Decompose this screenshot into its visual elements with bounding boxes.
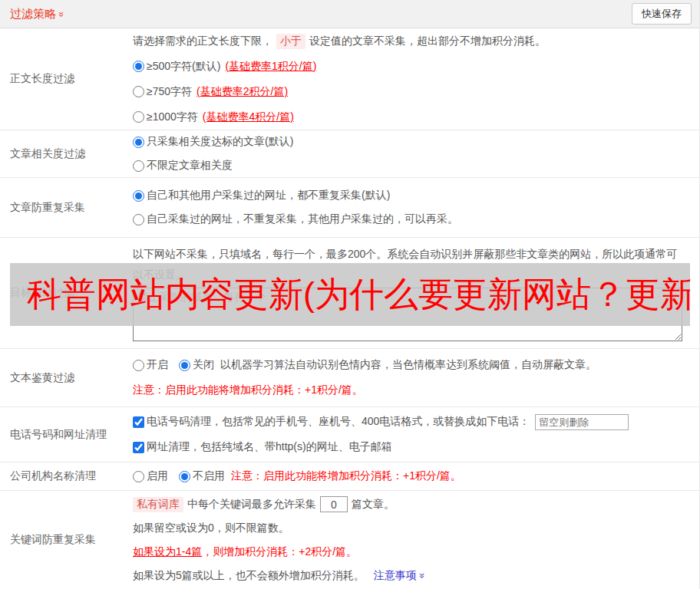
notes-link[interactable]: 注意事项 » bbox=[374, 569, 425, 583]
private-lexicon-tag[interactable]: 私有词库 bbox=[133, 497, 183, 512]
phone-cleanup-checkbox[interactable] bbox=[133, 416, 144, 428]
target-site-description: 以下网站不采集，只填域名，每行一个，最多200个。系统会自动识别并屏蔽那些非文章… bbox=[133, 244, 682, 285]
porn-filter-cost-note: 注意：启用此功能将增加积分消耗：+1积分/篇。 bbox=[133, 383, 363, 397]
radio-option-relevance-any[interactable]: 不限定文章相关度 bbox=[133, 159, 233, 173]
checkbox-phone-cleanup[interactable]: 电话号码清理，包括常见的手机号、座机号、400电话格式，或替换成如下电话： bbox=[133, 415, 530, 429]
keyword-dedup-note-5plus: 如果设为5篇或以上，也不会额外增加积分消耗。 bbox=[133, 569, 365, 583]
row-relevance-filter: 文章相关度过滤 只采集相关度达标的文章(默认) 不限定文章相关度 bbox=[0, 130, 699, 178]
cost-note: (基础费率4积分/篇) bbox=[203, 110, 294, 124]
radio-1000-input[interactable] bbox=[133, 111, 144, 123]
page-title[interactable]: 过滤策略 » bbox=[10, 7, 64, 21]
url-cleanup-checkbox[interactable] bbox=[133, 442, 144, 453]
replacement-phone-input[interactable] bbox=[535, 414, 629, 430]
row-label: 文本鉴黄过滤 bbox=[0, 349, 133, 406]
radio-option-750-chars[interactable]: ≥750字符 (基础费率2积分/篇) bbox=[133, 85, 288, 99]
blocked-domains-textarea[interactable] bbox=[133, 288, 682, 341]
radio-porn-off-input[interactable] bbox=[179, 360, 190, 371]
chevron-down-icon: » bbox=[418, 573, 428, 578]
radio-company-disable-input[interactable] bbox=[179, 471, 190, 482]
radio-option-company-enable[interactable]: 启用 bbox=[133, 469, 168, 483]
radio-option-porn-on[interactable]: 开启 bbox=[133, 358, 168, 372]
row-porn-filter: 文本鉴黄过滤 开启 关闭 以机器学习算法自动识别色情内容，当色情概率达到系统阈值… bbox=[0, 349, 699, 407]
row-company-name-cleanup: 公司机构名称清理 启用 不启用 注意：启用此功能将增加积分消耗：+1积分/篇。 bbox=[0, 462, 699, 491]
cost-note: (基础费率1积分/篇) bbox=[225, 60, 316, 74]
row-target-site-filter: 目标网站过滤 以下网站不采集，只填域名，每行一个，最多200个。系统会自动识别并… bbox=[0, 238, 699, 349]
radio-company-enable-input[interactable] bbox=[133, 471, 144, 482]
keyword-dedup-note-1-4: 如果设为1-4篇 bbox=[133, 545, 202, 559]
top-bar: 过滤策略 » 快速保存 bbox=[0, 0, 699, 28]
radio-option-relevance-only[interactable]: 只采集相关度达标的文章(默认) bbox=[133, 135, 293, 149]
company-cleanup-cost-note: 注意：启用此功能将增加积分消耗：+1积分/篇。 bbox=[231, 469, 461, 483]
quick-save-button[interactable]: 快速保存 bbox=[632, 3, 692, 25]
radio-relevance-only-input[interactable] bbox=[133, 137, 144, 148]
row-label: 关键词防重复采集 bbox=[0, 491, 133, 589]
row-dedup-collection: 文章防重复采集 自己和其他用户采集过的网址，都不重复采集(默认) 自己采集过的网… bbox=[0, 178, 699, 238]
row-label: 文章相关度过滤 bbox=[0, 130, 133, 177]
filter-strategy-page: 过滤策略 » 快速保存 正文长度过滤 请选择需求的正文长度下限， 小于 设定值的… bbox=[0, 0, 700, 589]
cost-note: (基础费率2积分/篇) bbox=[196, 85, 288, 99]
checkbox-url-cleanup[interactable]: 网址清理，包括纯域名、带http(s)的网址、电子邮箱 bbox=[133, 440, 392, 454]
page-title-text: 过滤策略 bbox=[10, 7, 56, 21]
radio-porn-on-input[interactable] bbox=[133, 360, 144, 371]
radio-option-company-disable[interactable]: 不启用 bbox=[179, 469, 225, 483]
chevron-down-icon: » bbox=[57, 11, 67, 16]
row-phone-url-cleanup: 电话号码和网址清理 电话号码清理，包括常见的手机号、座机号、400电话格式，或替… bbox=[0, 407, 699, 462]
radio-option-dedup-all-users[interactable]: 自己和其他用户采集过的网址，都不重复采集(默认) bbox=[133, 189, 390, 202]
row-label: 公司机构名称清理 bbox=[0, 462, 133, 490]
row-label: 目标网站过滤 bbox=[0, 238, 133, 348]
less-than-tag: 小于 bbox=[276, 34, 305, 49]
row-keyword-dedup: 关键词防重复采集 私有词库 中每个关键词最多允许采集 篇文章。 如果留空或设为0… bbox=[0, 491, 699, 589]
body-length-description: 请选择需求的正文长度下限， 小于 设定值的文章不采集，超出部分不增加积分消耗。 bbox=[133, 28, 692, 54]
row-label: 电话号码和网址清理 bbox=[0, 407, 133, 462]
radio-dedup-self-input[interactable] bbox=[133, 214, 144, 225]
max-articles-count-input[interactable] bbox=[320, 496, 348, 512]
radio-option-1000-chars[interactable]: ≥1000字符 (基础费率4积分/篇) bbox=[133, 110, 294, 124]
radio-option-porn-off[interactable]: 关闭 bbox=[179, 358, 214, 372]
radio-option-dedup-self-only[interactable]: 自己采集过的网址，不重复采集，其他用户采集过的，可以再采。 bbox=[133, 212, 458, 226]
row-label: 文章防重复采集 bbox=[0, 178, 133, 237]
radio-relevance-any-input[interactable] bbox=[133, 160, 144, 172]
keyword-dedup-note-zero: 如果留空或设为0，则不限篇数。 bbox=[133, 522, 289, 535]
row-label: 正文长度过滤 bbox=[0, 28, 133, 130]
radio-750-input[interactable] bbox=[133, 86, 144, 97]
radio-500-input[interactable] bbox=[133, 61, 144, 72]
radio-dedup-all-input[interactable] bbox=[133, 190, 144, 202]
row-body-length-filter: 正文长度过滤 请选择需求的正文长度下限， 小于 设定值的文章不采集，超出部分不增… bbox=[0, 28, 699, 130]
radio-option-500-chars[interactable]: ≥500字符(默认) (基础费率1积分/篇) bbox=[133, 60, 316, 74]
porn-filter-description: 以机器学习算法自动识别色情内容，当色情概率达到系统阈值，自动屏蔽文章。 bbox=[220, 358, 596, 372]
